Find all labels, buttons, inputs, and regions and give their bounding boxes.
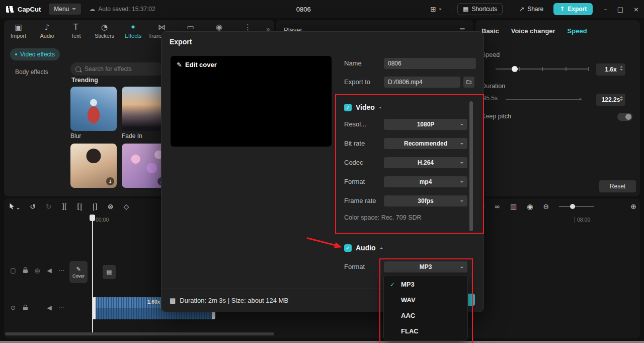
undo-icon[interactable]: ↺ [30, 203, 36, 210]
split-view-icon[interactable]: ▥ [510, 203, 517, 210]
zoom-slider-handle[interactable] [570, 204, 575, 209]
chevron-down-icon [460, 124, 463, 125]
tab-stickers[interactable]: ◔ Stickers [90, 23, 119, 39]
stepper-icons[interactable] [620, 96, 623, 101]
edit-cover-button[interactable]: ✎ Edit cover [177, 61, 217, 68]
dialog-scrollbar[interactable] [469, 101, 473, 231]
capcut-logo: CapCut [6, 6, 41, 13]
select-tool-icon[interactable] [9, 203, 20, 211]
audio-icon: ♪ [45, 23, 50, 31]
keyboard-icon: ▦ [463, 6, 468, 13]
speed-value-box[interactable]: 1.6x [596, 63, 625, 76]
speed-slider[interactable] [496, 68, 589, 70]
playhead-handle[interactable] [90, 215, 95, 221]
timeline-zoom-slider[interactable] [559, 206, 594, 207]
menu-item-flac[interactable]: FLAC [384, 323, 467, 339]
tab-effects[interactable]: ✦ Effects [119, 23, 147, 39]
tab-text[interactable]: T Text [61, 23, 90, 39]
mask-icon[interactable]: ◇ [123, 203, 129, 210]
redo-icon[interactable]: ↻ [46, 203, 52, 210]
category-body-effects[interactable]: Body effects [15, 68, 69, 76]
layout-grid-icon: ⊞ [430, 5, 436, 13]
cover-preview[interactable]: ✎ Edit cover [171, 56, 332, 147]
speaker-icon[interactable]: ◀ [43, 304, 55, 311]
audio-format-select[interactable]: MP3 [384, 261, 467, 272]
browse-folder-button[interactable] [463, 77, 474, 88]
link-icon[interactable]: ∞ [494, 203, 500, 210]
minimize-button[interactable]: – [604, 6, 607, 13]
cover-button[interactable]: ✎ Cover [69, 261, 88, 283]
export-path-field[interactable] [384, 77, 460, 88]
resolution-select[interactable]: 1080P [384, 119, 467, 130]
lock-icon[interactable] [19, 304, 31, 312]
share-button[interactable]: ↗ Share [515, 3, 547, 15]
maximize-button[interactable]: □ [617, 6, 623, 13]
layout-switch-button[interactable]: ⊞ [427, 5, 445, 14]
shortcuts-button[interactable]: ▦ Shortcuts [457, 3, 503, 15]
framerate-select[interactable]: 30fps [384, 195, 467, 207]
effect-card-blur[interactable]: Blur [70, 87, 117, 140]
search-input[interactable]: Search for effects [70, 62, 164, 76]
more-icon[interactable]: ⋯ [55, 267, 67, 274]
zoom-in-icon[interactable]: ⊕ [630, 203, 636, 210]
export-summary: Duration: 2m 3s | Size: about 124 MB [180, 297, 288, 304]
film-icon: ▤ [106, 268, 112, 276]
track-type-icon[interactable]: ▢ [7, 267, 19, 274]
split-icon[interactable]: ][ [61, 203, 67, 210]
category-video-effects[interactable]: Video effects [10, 48, 60, 60]
zoom-out-icon[interactable]: ⊖ [543, 203, 549, 210]
export-button[interactable]: ↑ Export [553, 3, 593, 15]
more-vertical-icon: ⋮ [244, 23, 252, 31]
bitrate-label: Bit rate [344, 138, 365, 149]
playhead[interactable] [90, 215, 95, 334]
stepper-icons[interactable] [620, 66, 623, 71]
tab-audio[interactable]: ♪ Audio [33, 23, 61, 39]
name-field[interactable] [384, 58, 476, 69]
video-track-head: ▢ ◎ ◀ ⋯ [7, 265, 67, 276]
audio-checkbox[interactable]: ✓ [344, 244, 352, 252]
menu-item-wav[interactable]: WAV [384, 292, 467, 308]
tab-basic[interactable]: Basic [481, 27, 499, 35]
trim-right-icon[interactable]: |] [92, 203, 97, 210]
settings-tabbar: Basic Voice changer Speed [475, 20, 640, 35]
eye-icon[interactable]: ◎ [31, 267, 43, 274]
video-clip-tile[interactable]: ▤ [103, 265, 116, 279]
effect-card[interactable]: ↓ [70, 144, 117, 196]
slider-tick [519, 67, 520, 71]
collapse-icon[interactable] [380, 247, 383, 249]
menu-item-mp3[interactable]: ✓ MP3 [384, 277, 467, 292]
bitrate-select[interactable]: Recommended [384, 138, 467, 149]
video-checkbox[interactable]: ✓ [344, 104, 352, 111]
menu-button[interactable]: Menu [49, 4, 81, 15]
more-icon[interactable]: ⋯ [55, 304, 67, 311]
codec-select[interactable]: H.264 [384, 157, 467, 168]
delete-icon[interactable]: ⊗ [108, 203, 114, 210]
clip-settings-panel: Basic Voice changer Speed Speed 1.6x Dur… [475, 20, 640, 196]
tab-import[interactable]: ▣ Import [4, 23, 33, 39]
track-type-icon[interactable]: ⊙ [7, 304, 19, 311]
pencil-icon: ✎ [76, 266, 80, 272]
text-icon: T [73, 23, 78, 31]
menu-item-aac[interactable]: AAC [384, 308, 467, 323]
effect-thumbnail[interactable] [70, 87, 117, 131]
close-button[interactable]: × [633, 6, 639, 13]
speed-slider-handle[interactable] [512, 66, 518, 72]
keep-pitch-toggle[interactable] [617, 113, 632, 121]
reset-button[interactable]: Reset [599, 180, 636, 192]
chevron-down-icon [460, 143, 463, 145]
duration-value-box[interactable]: 122.2s [596, 94, 625, 106]
video-format-select[interactable]: mp4 [384, 176, 467, 187]
record-icon[interactable]: ◉ [527, 203, 533, 210]
collapse-icon[interactable] [379, 107, 382, 108]
effect-thumbnail[interactable]: ↓ [70, 144, 117, 188]
trim-left-icon[interactable]: [| [77, 203, 82, 210]
section-title: Trending [71, 77, 98, 84]
capcut-logo-icon [6, 6, 15, 13]
tab-voice-changer[interactable]: Voice changer [511, 27, 555, 35]
export-to-label: Export to [344, 77, 370, 88]
speaker-icon[interactable]: ◀ [43, 267, 55, 274]
tab-speed[interactable]: Speed [568, 27, 587, 35]
lock-icon[interactable] [19, 267, 31, 275]
timeline-horizontal-scrollbar[interactable] [5, 332, 274, 335]
slider-tick [542, 67, 543, 71]
